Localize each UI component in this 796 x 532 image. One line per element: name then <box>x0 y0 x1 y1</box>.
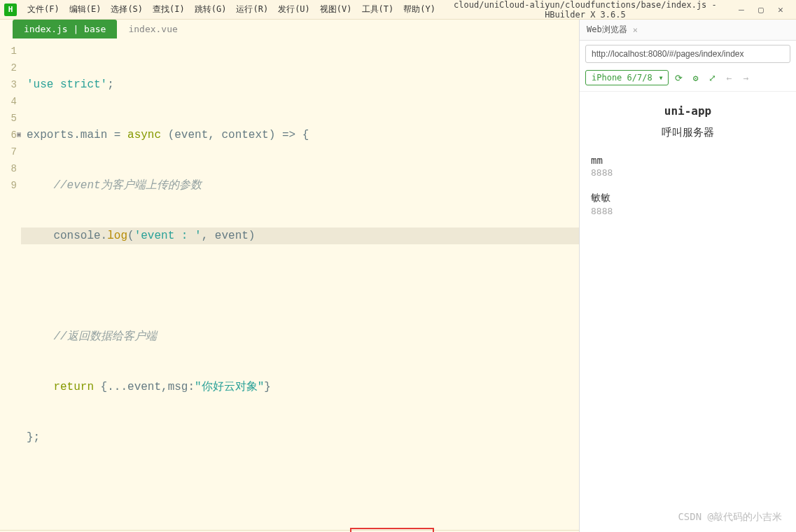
editor-tabs: index.js | base index.vue <box>0 20 579 38</box>
menu-item[interactable]: 跳转(G) <box>190 4 232 15</box>
device-toolbar: iPhone 6/7/8 ⟳ ⚙ ⤢ ← → <box>580 67 796 91</box>
app-preview[interactable]: uni-app 呼叫服务器 mm8888敏敏8888 <box>580 91 796 532</box>
code-editor[interactable]: 123456789 'use strict'; ▣exports.main = … <box>0 38 579 530</box>
close-tab-icon[interactable]: × <box>633 25 638 35</box>
line-gutter: 123456789 <box>0 43 21 530</box>
menu-item[interactable]: 发行(U) <box>273 4 315 15</box>
menu-item[interactable]: 运行(R) <box>231 4 273 15</box>
code-text: 'use strict' <box>27 78 107 91</box>
open-folder-icon[interactable]: ⟳ <box>673 71 685 84</box>
code-comment: //返回数据给客户端 <box>53 330 156 343</box>
menu-item[interactable]: 文件(F) <box>22 4 64 15</box>
browser-preview: Web浏览器 × iPhone 6/7/8 ⟳ ⚙ ⤢ ← → uni-app … <box>579 20 796 532</box>
app-subtitle: 呼叫服务器 <box>580 126 796 148</box>
forward-icon[interactable]: → <box>740 71 753 84</box>
device-select[interactable]: iPhone 6/7/8 <box>585 70 669 85</box>
menu-item[interactable]: 编辑(E) <box>64 4 106 15</box>
back-icon[interactable]: ← <box>723 71 736 84</box>
expand-icon[interactable]: ⤢ <box>706 71 719 84</box>
code-comment: //event为客户端上传的参数 <box>53 179 201 192</box>
close-button[interactable]: ✕ <box>775 4 786 15</box>
menu-item[interactable]: 查找(I) <box>148 4 190 15</box>
list-item[interactable]: mm8888 <box>580 148 796 185</box>
titlebar: H 文件(F)编辑(E)选择(S)查找(I)跳转(G)运行(R)发行(U)视图(… <box>0 0 796 20</box>
app-title: uni-app <box>580 92 796 126</box>
minimize-button[interactable]: — <box>736 4 747 15</box>
list-item[interactable]: 敏敏8888 <box>580 185 796 223</box>
browser-tab[interactable]: Web浏览器 × <box>587 24 638 36</box>
window-title: cloud/uniCloud-aliyun/cloudfunctions/bas… <box>440 0 730 20</box>
menu-item[interactable]: 视图(V) <box>315 4 357 15</box>
fold-icon[interactable]: ▣ <box>17 127 21 144</box>
code-body[interactable]: 'use strict'; ▣exports.main = async (eve… <box>21 43 579 530</box>
watermark: CSDN @敲代码的小吉米 <box>678 511 782 524</box>
url-input[interactable] <box>585 45 790 63</box>
menu-bar: 文件(F)编辑(E)选择(S)查找(I)跳转(G)运行(R)发行(U)视图(V)… <box>22 4 440 15</box>
menu-item[interactable]: 选择(S) <box>106 4 148 15</box>
window-controls: — ▢ ✕ <box>730 4 792 15</box>
settings-icon[interactable]: ⚙ <box>690 71 702 84</box>
menu-item[interactable]: 工具(T) <box>357 4 399 15</box>
tab-index-js[interactable]: index.js | base <box>13 20 117 38</box>
browser-tab-bar: Web浏览器 × <box>580 20 796 41</box>
menu-item[interactable]: 帮助(Y) <box>398 4 440 15</box>
tab-index-vue[interactable]: index.vue <box>117 20 188 38</box>
app-logo: H <box>4 4 17 16</box>
maximize-button[interactable]: ▢ <box>755 4 767 15</box>
